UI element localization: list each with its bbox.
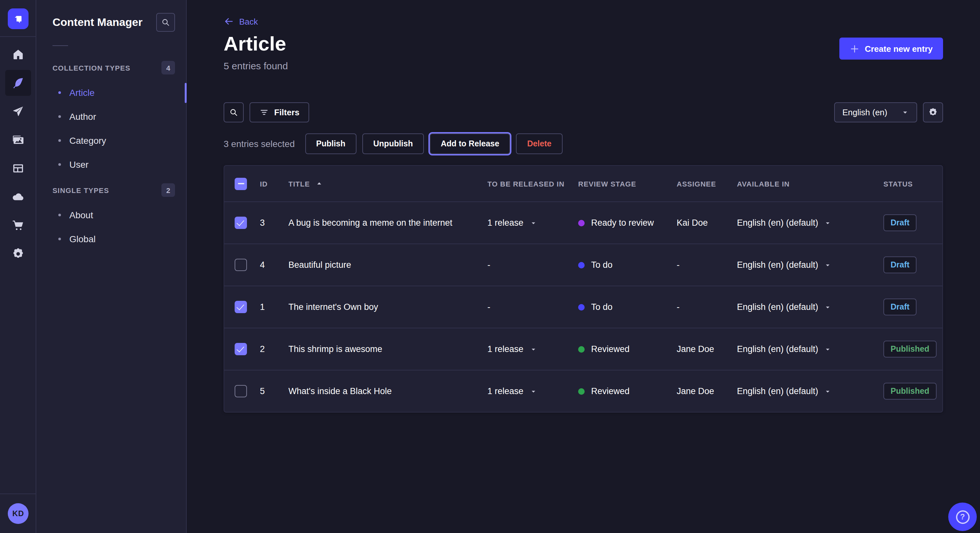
- locales-caret-icon[interactable]: [825, 388, 831, 394]
- status-badge: Draft: [883, 214, 916, 231]
- table-row[interactable]: 1 The internet's Own boy - To do - Engli…: [224, 286, 942, 328]
- row-title: The internet's Own boy: [288, 302, 378, 312]
- settings-icon[interactable]: [5, 241, 31, 267]
- locale-select[interactable]: English (en): [834, 102, 917, 122]
- section-count-badge: 4: [161, 61, 175, 75]
- bullet-icon: [58, 91, 61, 94]
- column-header-released-in: TO BE RELEASED IN: [487, 180, 565, 187]
- column-header-review-stage: REVIEW STAGE: [578, 180, 636, 187]
- table-row[interactable]: 2 This shrimp is awesome 1 release Revie…: [224, 328, 942, 370]
- delete-button[interactable]: Delete: [516, 133, 563, 154]
- column-header-id[interactable]: ID: [260, 180, 268, 187]
- marketplace-icon[interactable]: [5, 213, 31, 238]
- row-checkbox[interactable]: [235, 343, 247, 355]
- strapi-logo-icon: [12, 12, 25, 25]
- view-settings-button[interactable]: [923, 102, 943, 122]
- content-type-builder-icon[interactable]: [5, 155, 31, 181]
- table-header: ID TITLE TO BE RELEASED IN REVIEW STAGE …: [224, 166, 942, 201]
- locales-caret-icon[interactable]: [825, 219, 831, 226]
- locales-caret-icon[interactable]: [825, 262, 831, 268]
- release-count[interactable]: 1 release: [487, 344, 523, 354]
- column-header-available-in: AVAILABLE IN: [737, 180, 790, 187]
- nav-rail: KD: [0, 0, 36, 533]
- select-all-checkbox[interactable]: [235, 178, 247, 190]
- available-locales[interactable]: English (en) (default): [737, 260, 818, 270]
- filter-icon: [259, 108, 269, 117]
- collection-types-section: COLLECTION TYPES 4 Article Author Catego…: [36, 61, 186, 176]
- sidebar-search-button[interactable]: [156, 13, 175, 32]
- sidebar-item-category[interactable]: Category: [36, 128, 186, 152]
- search-button[interactable]: [224, 102, 244, 122]
- avatar[interactable]: KD: [8, 503, 29, 524]
- section-count-badge: 2: [161, 183, 175, 197]
- row-id: 3: [260, 218, 265, 228]
- release-caret-icon[interactable]: [530, 388, 536, 394]
- unpublish-button[interactable]: Unpublish: [362, 133, 424, 154]
- table-row[interactable]: 4 Beautiful picture - To do - English (e…: [224, 244, 942, 286]
- review-stage-label: Ready to review: [591, 218, 654, 228]
- sidebar-item-author[interactable]: Author: [36, 104, 186, 128]
- table-row[interactable]: 5 What's inside a Black Hole 1 release R…: [224, 370, 942, 412]
- sidebar-item-user[interactable]: User: [36, 152, 186, 176]
- available-locales[interactable]: English (en) (default): [737, 386, 818, 396]
- column-header-title[interactable]: TITLE: [288, 180, 310, 187]
- row-checkbox[interactable]: [235, 385, 247, 397]
- bullet-icon: [58, 163, 61, 165]
- sidebar-item-about[interactable]: About: [36, 203, 186, 227]
- releases-icon[interactable]: [5, 98, 31, 124]
- release-caret-icon[interactable]: [530, 346, 536, 352]
- table-row[interactable]: 3 A bug is becoming a meme on the intern…: [224, 201, 942, 244]
- content-manager-icon[interactable]: [5, 70, 31, 96]
- deploy-icon[interactable]: [5, 184, 31, 210]
- chevron-down-icon: [902, 109, 909, 116]
- review-stage-dot: [578, 262, 585, 268]
- locales-caret-icon[interactable]: [825, 346, 831, 352]
- search-icon: [161, 17, 170, 27]
- available-locales[interactable]: English (en) (default): [737, 218, 818, 228]
- review-stage-label: Reviewed: [591, 386, 630, 396]
- sidebar-item-article[interactable]: Article: [36, 80, 186, 104]
- create-new-entry-button[interactable]: Create new entry: [839, 38, 943, 60]
- entries-table: ID TITLE TO BE RELEASED IN REVIEW STAGE …: [224, 165, 943, 412]
- review-stage-label: Reviewed: [591, 344, 630, 354]
- row-checkbox[interactable]: [235, 217, 247, 229]
- single-types-section: SINGLE TYPES 2 About Global: [36, 183, 186, 251]
- back-link[interactable]: Back: [224, 16, 258, 27]
- publish-button[interactable]: Publish: [305, 133, 356, 154]
- gear-icon: [928, 108, 938, 117]
- strapi-logo[interactable]: [8, 8, 29, 29]
- review-stage-label: To do: [591, 302, 612, 312]
- row-id: 1: [260, 302, 265, 312]
- main-content: Back Article 5 entries found Create new …: [187, 0, 980, 533]
- assignee: -: [677, 302, 679, 312]
- help-button[interactable]: ?: [948, 503, 977, 531]
- row-title: A bug is becoming a meme on the internet: [288, 218, 452, 228]
- bullet-icon: [58, 115, 61, 117]
- question-mark-icon: ?: [956, 510, 969, 523]
- add-to-release-button[interactable]: Add to Release: [430, 133, 511, 154]
- status-badge: Published: [883, 341, 936, 357]
- selection-count: 3 entries selected: [224, 139, 294, 149]
- locales-caret-icon[interactable]: [825, 304, 831, 310]
- status-badge: Published: [883, 383, 936, 400]
- bullet-icon: [58, 237, 61, 240]
- sidebar-item-global[interactable]: Global: [36, 227, 186, 251]
- column-header-assignee: ASSIGNEE: [677, 180, 716, 187]
- release-count[interactable]: 1 release: [487, 386, 523, 396]
- release-caret-icon[interactable]: [530, 219, 536, 226]
- available-locales[interactable]: English (en) (default): [737, 302, 818, 312]
- row-checkbox[interactable]: [235, 259, 247, 271]
- home-icon[interactable]: [5, 41, 31, 67]
- status-badge: Draft: [883, 298, 916, 316]
- release-count: -: [487, 260, 490, 270]
- search-icon: [229, 108, 239, 117]
- media-library-icon[interactable]: [5, 127, 31, 153]
- review-stage-dot: [578, 304, 585, 310]
- available-locales[interactable]: English (en) (default): [737, 344, 818, 354]
- release-count[interactable]: 1 release: [487, 218, 523, 228]
- sidebar-title: Content Manager: [52, 16, 143, 29]
- sort-asc-icon[interactable]: [316, 180, 323, 187]
- filters-button[interactable]: Filters: [250, 102, 309, 122]
- row-checkbox[interactable]: [235, 301, 247, 313]
- bullet-icon: [58, 139, 61, 141]
